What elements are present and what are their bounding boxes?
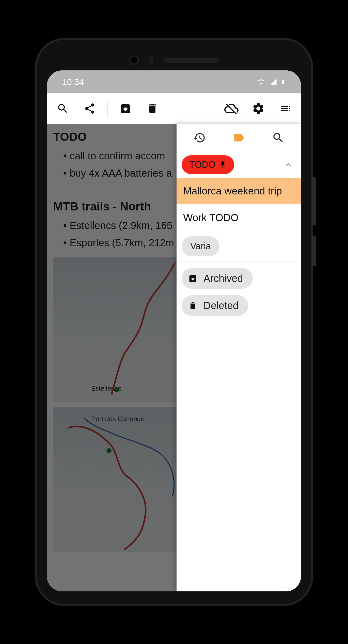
content-area: TODO • call to confirm accom • buy 4x AA…: [47, 124, 301, 591]
screen: 10:34: [47, 70, 301, 591]
tags-section: Varia: [177, 231, 301, 262]
toolbar-divider: [107, 100, 108, 117]
wifi-icon: [256, 78, 266, 86]
note-list-item[interactable]: Mallorca weekend trip: [177, 178, 301, 204]
list-icon: [279, 102, 291, 115]
power-button: [312, 236, 316, 266]
app-toolbar: [47, 93, 301, 124]
earpiece-speaker: [164, 58, 219, 63]
volume-button: [312, 177, 316, 225]
sensor-bar: [37, 53, 311, 68]
tag-label: Varia: [190, 241, 211, 251]
drawer-tabs: [177, 124, 301, 152]
folder-section: Archived Deleted: [177, 262, 301, 323]
deleted-label: Deleted: [203, 300, 239, 311]
deleted-folder[interactable]: Deleted: [182, 295, 248, 316]
search-icon: [57, 102, 69, 115]
archived-folder[interactable]: Archived: [182, 268, 253, 289]
note-item-label: Mallorca weekend trip: [183, 185, 282, 196]
cloud-off-icon: [224, 101, 239, 116]
status-icons: [256, 78, 286, 86]
phone-frame: 10:34: [37, 40, 311, 604]
delete-button[interactable]: [141, 97, 164, 120]
notes-drawer: TODO Mallorca weekend trip Work TODO Var…: [177, 124, 301, 591]
labels-tab[interactable]: [226, 128, 251, 148]
archive-button[interactable]: [114, 97, 137, 120]
clock: 10:34: [62, 77, 84, 87]
front-camera: [129, 55, 139, 66]
pinned-note-chip[interactable]: TODO: [182, 155, 234, 174]
delete-icon: [188, 301, 197, 310]
share-icon: [84, 102, 96, 115]
settings-button[interactable]: [247, 97, 270, 120]
history-icon: [193, 131, 206, 144]
archived-label: Archived: [203, 273, 243, 284]
sync-off-button[interactable]: [220, 97, 243, 120]
delete-icon: [146, 102, 159, 115]
pinned-note-label: TODO: [189, 159, 215, 170]
collapse-button[interactable]: [281, 157, 296, 172]
gear-icon: [252, 102, 265, 115]
search-button[interactable]: [52, 97, 74, 120]
tag-chip[interactable]: Varia: [182, 236, 219, 256]
chevron-up-icon: [283, 160, 293, 170]
search-icon: [272, 131, 284, 144]
history-tab[interactable]: [187, 128, 212, 148]
note-list-item[interactable]: Work TODO: [177, 204, 301, 231]
note-item-label: Work TODO: [183, 212, 239, 223]
pinned-section: TODO: [177, 152, 301, 178]
archive-icon: [188, 274, 197, 283]
pin-icon: [219, 160, 227, 169]
search-tab[interactable]: [265, 128, 291, 148]
share-button[interactable]: [78, 97, 101, 120]
archive-icon: [119, 102, 132, 115]
status-bar: 10:34: [47, 70, 301, 93]
drawer-toggle-button[interactable]: [274, 97, 296, 120]
label-icon: [232, 131, 245, 144]
proximity-sensor: [149, 55, 153, 65]
cellular-icon: [270, 78, 277, 86]
battery-icon: [281, 78, 286, 86]
